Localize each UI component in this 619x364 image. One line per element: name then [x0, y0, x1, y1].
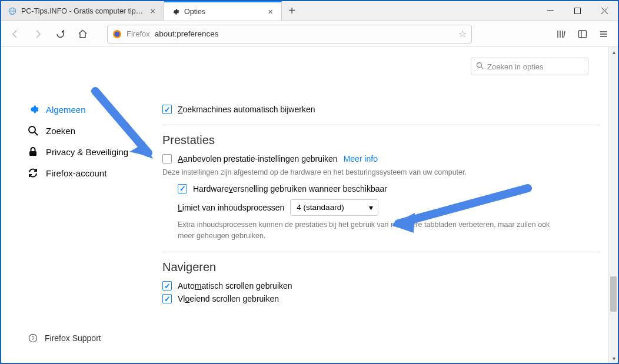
support-link[interactable]: ? Firefox Support — [27, 332, 101, 344]
sync-icon — [27, 167, 39, 179]
label-recommended-perf: Aanbevolen prestatie-instellingen gebrui… — [178, 154, 338, 163]
home-button[interactable] — [73, 25, 92, 44]
sidebar-item-search[interactable]: Zoeken — [27, 120, 154, 141]
divider — [162, 252, 600, 252]
options-search-input[interactable]: Zoeken in opties — [471, 58, 588, 75]
desc-recommended-perf: Deze instellingen zijn afgestemd op de h… — [162, 167, 539, 178]
svg-rect-10 — [29, 151, 36, 156]
tab-title: Opties — [184, 8, 261, 16]
window-controls — [537, 1, 618, 21]
svg-point-13 — [477, 63, 482, 68]
label-hw-accel: Hardwareversnelling gebruiken wanneer be… — [193, 184, 387, 193]
checkbox-smooth-scroll[interactable] — [162, 294, 172, 303]
url-bar[interactable]: Firefox about:preferences ☆ — [107, 25, 472, 44]
search-placeholder: Zoeken in opties — [487, 62, 543, 71]
vertical-scrollbar[interactable]: ▴ ▾ — [608, 47, 618, 363]
gear-icon — [171, 8, 179, 16]
close-icon[interactable]: × — [148, 6, 158, 16]
svg-rect-3 — [574, 8, 580, 14]
url-text: about:preferences — [155, 29, 454, 38]
gear-icon — [27, 103, 39, 115]
menu-button[interactable] — [594, 25, 613, 44]
section-title-navigeren: Navigeren — [162, 261, 600, 274]
sidebar-item-general[interactable]: Algemeen — [27, 99, 154, 120]
divider — [162, 125, 600, 125]
label-auto-update-search: Zoekmachines automatisch bijwerken — [178, 105, 315, 114]
sidebar-item-label: Algemeen — [46, 105, 86, 115]
label-auto-scroll: Automatisch scrollen gebruiken — [178, 281, 292, 290]
tabs-area: PC-Tips.INFO - Gratis computer tip… × Op… — [1, 1, 537, 21]
search-icon — [476, 62, 484, 71]
content: Algemeen Zoeken Privacy & Beveiliging Fi… — [1, 47, 618, 363]
close-icon[interactable]: × — [265, 6, 275, 16]
tab-title: PC-Tips.INFO - Gratis computer tip… — [21, 7, 143, 15]
chevron-down-icon: ▾ — [369, 203, 373, 212]
select-process-limit[interactable]: 4 (standaard) ▾ — [290, 199, 378, 216]
scroll-up-icon[interactable]: ▴ — [609, 47, 618, 56]
maximize-button[interactable] — [564, 1, 591, 21]
minimize-button[interactable] — [537, 1, 564, 21]
section-navigeren: Navigeren Automatisch scrollen gebruiken… — [162, 261, 600, 303]
titlebar: PC-Tips.INFO - Gratis computer tip… × Op… — [1, 1, 618, 21]
svg-point-8 — [29, 126, 35, 133]
scroll-down-icon[interactable]: ▾ — [609, 353, 618, 363]
checkbox-hw-accel[interactable] — [178, 184, 187, 193]
forward-button[interactable] — [28, 25, 47, 44]
navbar: Firefox about:preferences ☆ — [1, 21, 618, 47]
sidebar-item-account[interactable]: Firefox-account — [27, 162, 154, 183]
back-button[interactable] — [6, 25, 25, 44]
checkbox-auto-scroll[interactable] — [162, 281, 172, 290]
sidebar-item-label: Privacy & Beveiliging — [46, 147, 128, 157]
sidebar-item-privacy[interactable]: Privacy & Beveiliging — [27, 141, 154, 162]
svg-line-9 — [35, 132, 38, 135]
label-smooth-scroll: Vloeiend scrollen gebruiken — [178, 294, 279, 303]
select-value: 4 (standaard) — [297, 203, 344, 212]
svg-text:?: ? — [32, 335, 35, 341]
link-more-info[interactable]: Meer info — [344, 154, 378, 163]
bookmark-star-icon[interactable]: ☆ — [458, 28, 467, 39]
svg-line-14 — [481, 67, 484, 69]
help-icon: ? — [27, 332, 39, 344]
new-tab-button[interactable]: + — [282, 1, 302, 21]
section-prestaties: Prestaties Aanbevolen prestatie-instelli… — [162, 133, 600, 241]
support-label: Firefox Support — [45, 333, 101, 343]
desc-process-limit: Extra inhoudsprocessen kunnen de prestat… — [178, 219, 554, 242]
lock-icon — [27, 146, 39, 158]
sidebar-item-label: Firefox-account — [46, 168, 107, 178]
main-panel: Zoeken in opties Zoekmachines automatisc… — [154, 47, 618, 363]
tab-pctips[interactable]: PC-Tips.INFO - Gratis computer tip… × — [1, 1, 164, 21]
reload-button[interactable] — [51, 25, 69, 44]
search-icon — [27, 125, 39, 136]
url-brand: Firefox — [127, 29, 150, 38]
scroll-thumb[interactable] — [610, 276, 617, 312]
label-process-limit: Limiet van inhoudsprocessen — [178, 203, 284, 212]
sidebar-toggle-button[interactable] — [573, 25, 592, 44]
checkbox-auto-update-search[interactable] — [162, 105, 172, 114]
section-title-prestaties: Prestaties — [162, 133, 600, 147]
firefox-icon — [112, 29, 122, 39]
checkbox-recommended-perf[interactable] — [162, 154, 172, 163]
svg-point-5 — [115, 31, 120, 36]
globe-icon — [8, 7, 16, 15]
sidebar: Algemeen Zoeken Privacy & Beveiliging Fi… — [1, 47, 154, 363]
tab-opties[interactable]: Opties × — [164, 1, 282, 21]
svg-rect-6 — [579, 31, 587, 38]
close-window-button[interactable] — [591, 1, 618, 21]
library-button[interactable] — [552, 25, 571, 44]
sidebar-item-label: Zoeken — [46, 126, 75, 136]
